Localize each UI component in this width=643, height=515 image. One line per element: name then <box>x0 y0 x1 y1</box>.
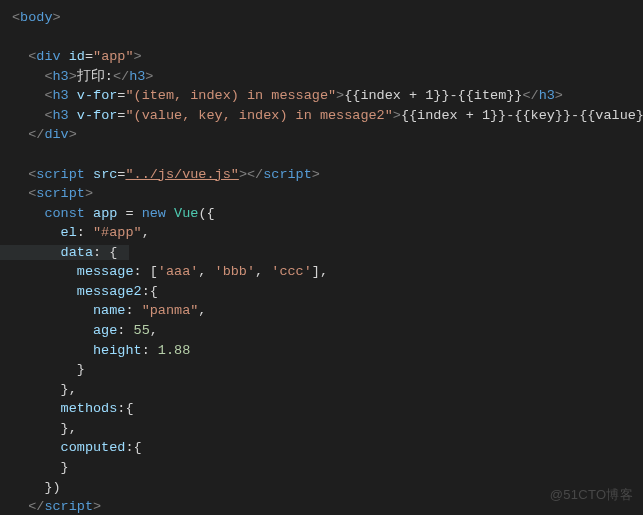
code-block: <body> <div id="app"> <h3>打印:</h3> <h3 v… <box>12 8 631 515</box>
watermark: @51CTO博客 <box>550 486 633 505</box>
